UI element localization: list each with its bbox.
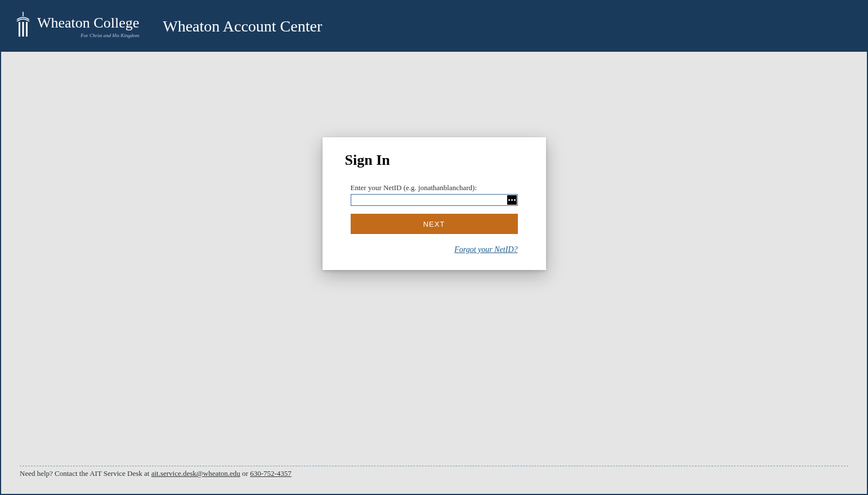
footer-help-text: Need help? Contact the AIT Service Desk … xyxy=(20,469,848,478)
app-title: Wheaton Account Center xyxy=(163,17,322,35)
college-tagline: For Christ and His Kingdom xyxy=(80,33,139,38)
college-tower-icon xyxy=(15,12,32,41)
forgot-netid-link[interactable]: Forgot your NetID? xyxy=(454,245,517,254)
svg-rect-2 xyxy=(23,22,24,37)
footer-help-prefix: Need help? Contact the AIT Service Desk … xyxy=(20,469,151,478)
netid-label: Enter your NetID (e.g. jonathanblanchard… xyxy=(345,183,524,192)
main-content: Sign In Enter your NetID (e.g. jonathanb… xyxy=(1,52,867,270)
signin-title: Sign In xyxy=(345,152,524,169)
header: Wheaton College For Christ and His Kingd… xyxy=(1,1,867,52)
svg-rect-1 xyxy=(19,22,20,37)
logo-section: Wheaton College For Christ and His Kingd… xyxy=(15,12,139,41)
footer-help-middle: or xyxy=(240,469,250,478)
footer: Need help? Contact the AIT Service Desk … xyxy=(20,466,848,478)
password-manager-icon[interactable] xyxy=(507,195,517,205)
svg-rect-3 xyxy=(26,22,28,37)
signin-card: Sign In Enter your NetID (e.g. jonathanb… xyxy=(323,137,546,270)
next-button[interactable]: NEXT xyxy=(351,214,518,234)
footer-email-link[interactable]: ait.service.desk@wheaton.edu xyxy=(151,469,240,478)
college-name: Wheaton College xyxy=(37,15,139,32)
footer-phone-link[interactable]: 630-752-4357 xyxy=(250,469,292,478)
netid-input[interactable] xyxy=(351,194,518,206)
footer-divider xyxy=(20,466,848,466)
